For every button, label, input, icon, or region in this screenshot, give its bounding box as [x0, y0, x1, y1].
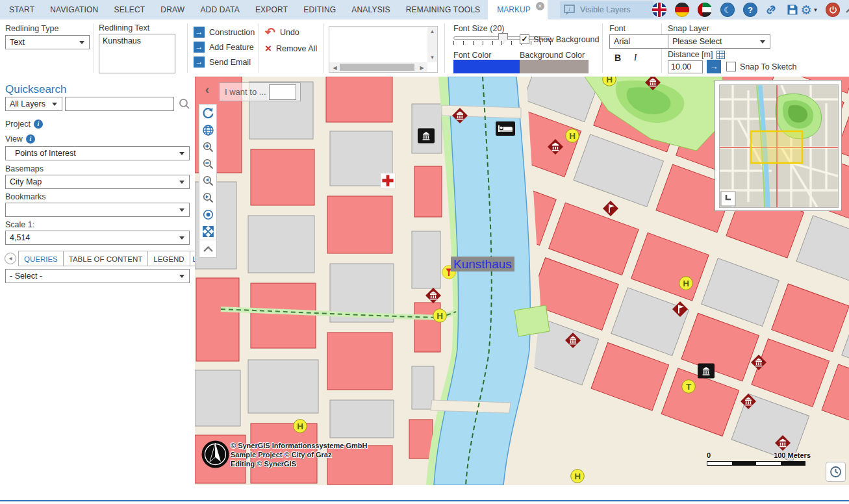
tab-markup-active[interactable]: MARKUP × [488, 0, 547, 19]
view-label: View i [5, 134, 35, 144]
language-german-flag-icon[interactable] [675, 3, 689, 17]
tabs-scroll-left-icon[interactable]: ◀ [5, 253, 16, 264]
tab-navigation[interactable]: NAVIGATION [42, 0, 106, 19]
globe-overview-icon[interactable] [199, 121, 216, 138]
undo-icon: ↶ [265, 27, 275, 38]
language-arabic-flag-icon[interactable] [698, 3, 712, 17]
scroll-up-icon[interactable]: ▲ [427, 29, 437, 34]
toolbar-collapse-up-icon[interactable] [199, 240, 216, 257]
apply-distance-button[interactable]: → [707, 60, 721, 73]
close-tab-icon[interactable]: × [536, 2, 544, 10]
language-english-flag-icon[interactable] [652, 3, 666, 17]
construction-button[interactable]: → Construction [194, 27, 255, 38]
project-info-icon[interactable]: i [34, 120, 43, 129]
search-icon[interactable] [178, 97, 191, 113]
visible-layers-dropdown[interactable]: i Visible Layers [560, 1, 653, 18]
redlining-type-select[interactable]: Text [5, 35, 90, 49]
show-background-checkbox[interactable]: ✓ [520, 34, 529, 44]
query-select-value: - Select - [10, 271, 42, 281]
undo-button[interactable]: ↶ Undo [265, 27, 299, 38]
bold-button[interactable]: B [611, 53, 624, 63]
collapse-ribbon-chevron-icon[interactable] [843, 2, 849, 18]
next-extent-icon[interactable] [199, 189, 216, 206]
show-background-label: Show Background [533, 35, 599, 44]
scroll-right-icon[interactable]: ▶ [417, 65, 427, 71]
scrollbar-thumb[interactable] [340, 64, 414, 71]
tab-add-data[interactable]: ADD DATA [192, 0, 247, 19]
view-select[interactable]: Points of Interest [5, 146, 190, 160]
bookmarks-select[interactable] [5, 203, 190, 217]
horizontal-scrollbar[interactable]: ◀ ▶ [329, 62, 427, 72]
settings-gear-icon[interactable]: ⚙ ▼ [798, 2, 820, 18]
scale-label: Scale 1: [5, 220, 34, 229]
send-email-button[interactable]: → Send Email [194, 57, 251, 68]
scale-select[interactable]: 4,514 [5, 231, 190, 245]
add-feature-button[interactable]: → Add Feature [194, 42, 254, 53]
map-viewport[interactable]: HHHHTHH Kunsthaus I want to ... ‹ [195, 77, 849, 485]
tab-draw[interactable]: DRAW [153, 0, 192, 19]
quicksearch-title: Quicksearch [5, 83, 66, 96]
background-color-swatch[interactable] [520, 60, 589, 73]
overview-map[interactable] [715, 80, 842, 211]
snap-layer-label: Snap Layer [668, 24, 709, 33]
zoom-out-icon[interactable] [199, 155, 216, 172]
remove-all-button[interactable]: × Remove All [265, 43, 317, 54]
tab-export[interactable]: EXPORT [247, 0, 296, 19]
quicksearch-layer-select[interactable]: All Layers [5, 97, 62, 111]
redlining-text-label: Redlining Text [99, 23, 149, 32]
snap-to-sketch-checkbox[interactable] [726, 62, 736, 71]
logout-power-icon[interactable] [826, 3, 840, 17]
query-select[interactable]: - Select - [5, 269, 190, 283]
redlining-text-input[interactable]: Kunsthaus [99, 34, 175, 73]
tab-legend[interactable]: LEGEND [147, 251, 190, 266]
vertical-scrollbar[interactable]: ▲ ▼ [427, 27, 437, 62]
quicksearch-input[interactable] [65, 97, 174, 111]
previous-extent-icon[interactable] [199, 172, 216, 189]
italic-button[interactable]: I [629, 53, 642, 63]
help-icon[interactable]: ? [743, 3, 757, 17]
scroll-down-icon[interactable]: ▼ [427, 55, 437, 60]
markup-ribbon: Redlining Type Text Redlining Text Kunst… [0, 19, 849, 77]
scalebar-zero: 0 [707, 451, 711, 459]
night-mode-moon-icon[interactable]: ☾ [720, 3, 735, 17]
refresh-map-icon[interactable] [199, 105, 216, 121]
tab-analysis[interactable]: ANALYSIS [344, 0, 398, 19]
tab-editing[interactable]: EDITING [296, 0, 344, 19]
ribbon-separator [187, 23, 188, 73]
svg-text:i: i [568, 6, 570, 12]
map-copyright: © SynerGIS Informationssysteme GmbH Samp… [231, 441, 367, 468]
copyright-line: Sample Project © City of Graz [231, 450, 367, 459]
i-want-to-input[interactable] [269, 84, 296, 100]
tab-remaining-tools[interactable]: REMAINING TOOLS [398, 0, 488, 19]
font-label: Font [609, 24, 626, 33]
snap-layer-select[interactable]: Please Select [668, 34, 770, 49]
i-want-to-label: I want to ... [220, 87, 269, 97]
redline-list-panel[interactable]: ▲ ▼ ◀ ▶ [329, 26, 438, 73]
share-link-icon[interactable] [763, 2, 779, 18]
default-tool-icon[interactable] [199, 206, 216, 223]
quicksearch-layer-value: All Layers [10, 99, 45, 108]
time-slider-clock-icon[interactable] [826, 462, 846, 482]
overview-collapse-icon[interactable] [721, 192, 735, 206]
basemaps-select[interactable]: City Map [5, 175, 190, 189]
view-info-icon[interactable]: i [26, 134, 35, 144]
full-extent-icon[interactable] [199, 223, 216, 240]
layer-info-bubble-icon: i [564, 5, 576, 16]
scroll-left-icon[interactable]: ◀ [330, 65, 340, 71]
project-text: Project [5, 120, 31, 129]
background-color-label: Background Color [520, 51, 585, 60]
tab-queries[interactable]: QUERIES [18, 251, 64, 266]
visible-layers-label: Visible Layers [580, 5, 640, 14]
zoom-in-icon[interactable] [199, 138, 216, 155]
ribbon-separator [323, 23, 323, 73]
i-want-to-widget[interactable]: I want to ... [219, 82, 301, 101]
distance-input[interactable] [668, 60, 703, 73]
redline-text-label[interactable]: Kunsthaus [451, 257, 514, 271]
font-color-swatch[interactable] [453, 60, 522, 73]
distance-table-icon[interactable] [716, 51, 725, 59]
sidebar-collapse-icon[interactable]: ‹ [200, 82, 214, 97]
tab-table-of-content[interactable]: TABLE OF CONTENT [63, 251, 149, 266]
tab-select[interactable]: SELECT [106, 0, 153, 19]
blue-arrow-icon: → [194, 57, 205, 68]
tab-start[interactable]: START [1, 0, 42, 19]
